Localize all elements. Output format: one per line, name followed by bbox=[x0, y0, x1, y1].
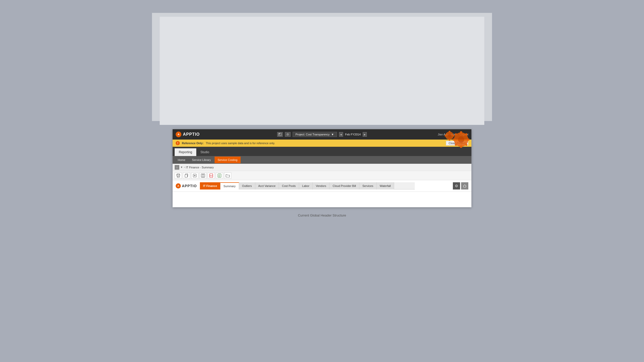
svg-point-39 bbox=[456, 185, 457, 187]
svg-rect-22 bbox=[177, 176, 179, 177]
breadcrumb-home-icon[interactable]: ⌂ bbox=[175, 165, 179, 170]
logo-icon bbox=[176, 132, 181, 137]
tab-outliers[interactable]: Outliers bbox=[239, 182, 255, 189]
window-icon-btn[interactable] bbox=[277, 132, 283, 137]
breadcrumb-bar: ⌂ ▼ › IT Finance - Summary bbox=[173, 164, 471, 171]
tab-studio[interactable]: Studio bbox=[196, 148, 213, 156]
close-project-btn[interactable]: Close Project bbox=[446, 141, 468, 145]
tab-vendors[interactable]: Vendors bbox=[313, 182, 329, 189]
sub-nav: Home Service Library Service Costing bbox=[173, 156, 471, 164]
module-tabs: Reporting Studio bbox=[173, 147, 471, 156]
toolbar-pdf-btn[interactable]: PDF bbox=[208, 173, 215, 179]
content-home-btn[interactable] bbox=[461, 182, 468, 189]
user-name: Jian Adornado bbox=[438, 133, 456, 136]
reference-banner: ! Reference Only: This project uses samp… bbox=[173, 140, 471, 147]
svg-rect-17 bbox=[449, 131, 450, 133]
bottom-caption: Current Global Header Structure bbox=[298, 213, 346, 217]
toolbar-copy-btn[interactable] bbox=[183, 173, 190, 179]
svg-rect-30 bbox=[202, 174, 204, 175]
content-logo-text: APPTIO bbox=[182, 184, 197, 188]
project-selector[interactable]: Project: Cost Transparency ▼ bbox=[293, 132, 337, 137]
tab-waterfall[interactable]: Waterfall bbox=[377, 182, 394, 189]
svg-rect-23 bbox=[177, 174, 179, 175]
project-dropdown-icon: ▼ bbox=[331, 133, 334, 136]
period-next-btn[interactable]: ► bbox=[363, 132, 367, 137]
svg-rect-31 bbox=[202, 176, 204, 177]
settings-icon-btn[interactable] bbox=[285, 132, 291, 137]
content-tab-right bbox=[453, 182, 468, 189]
ref-label: Reference Only: bbox=[182, 142, 204, 145]
svg-rect-3 bbox=[279, 133, 280, 134]
tab-it-finance[interactable]: IT Finance bbox=[200, 182, 220, 189]
tab-reporting[interactable]: Reporting bbox=[175, 148, 196, 156]
top-nav-center: Project: Cost Transparency ▼ ◄ Feb FY201… bbox=[277, 132, 367, 137]
warning-icon: ! bbox=[176, 141, 180, 145]
project-label: Project: Cost Transparency bbox=[295, 133, 330, 136]
apptio-logo-top: APPTIO bbox=[176, 132, 200, 137]
subnav-home[interactable]: Home bbox=[175, 157, 188, 163]
tab-summary[interactable]: Summary bbox=[220, 182, 239, 189]
top-nav-right: Jian Adornado | Logout bbox=[438, 133, 468, 136]
period-label: Feb FY2014 bbox=[344, 133, 362, 136]
breadcrumb-dropdown-icon: ▼ bbox=[180, 166, 183, 169]
breadcrumb-path: IT Finance - Summary bbox=[186, 166, 214, 169]
tab-labor[interactable]: Labor bbox=[299, 182, 313, 189]
period-nav: ◄ Feb FY2014 ► bbox=[339, 132, 367, 137]
tab-acct-variance[interactable]: Acct Variance bbox=[255, 182, 279, 189]
tab-spacer bbox=[394, 182, 415, 189]
toolbar: PDF XLS bbox=[173, 171, 471, 180]
svg-rect-25 bbox=[185, 175, 187, 177]
subnav-service-library[interactable]: Service Library bbox=[189, 157, 214, 163]
tab-cloud-provider-bill[interactable]: Cloud Provider Bill bbox=[329, 182, 359, 189]
main-window: APPTIO Project: Cost Transparency ▼ ◄ Fe… bbox=[173, 129, 471, 207]
pipe-separator: | bbox=[457, 133, 458, 136]
logo-text: APPTIO bbox=[183, 132, 200, 137]
content-area: APPTIO IT Finance Summary Outliers Acct … bbox=[173, 180, 471, 192]
toolbar-add-btn[interactable] bbox=[191, 173, 198, 179]
content-settings-btn[interactable] bbox=[453, 182, 460, 189]
toolbar-folder-btn[interactable] bbox=[224, 173, 231, 179]
logout-link[interactable]: Logout bbox=[460, 133, 468, 136]
toolbar-excel-btn[interactable]: XLS bbox=[216, 173, 223, 179]
period-prev-btn[interactable]: ◄ bbox=[339, 132, 343, 137]
svg-point-4 bbox=[287, 134, 288, 135]
tab-services[interactable]: Services bbox=[359, 182, 377, 189]
svg-text:PDF: PDF bbox=[210, 175, 213, 177]
subnav-service-costing[interactable]: Service Costing bbox=[215, 157, 241, 163]
toolbar-print-btn[interactable] bbox=[175, 173, 182, 179]
content-body bbox=[173, 192, 471, 207]
svg-text:XLS: XLS bbox=[218, 175, 220, 177]
content-header: APPTIO IT Finance Summary Outliers Acct … bbox=[173, 182, 471, 189]
tab-cost-pools[interactable]: Cost Pools bbox=[279, 182, 299, 189]
toolbar-save-btn[interactable] bbox=[199, 173, 207, 179]
content-logo-icon bbox=[176, 183, 181, 188]
top-nav-bar: APPTIO Project: Cost Transparency ▼ ◄ Fe… bbox=[173, 129, 471, 140]
apptio-logo-content: APPTIO bbox=[176, 183, 197, 188]
breadcrumb-separator: › bbox=[184, 166, 185, 169]
content-tabs: IT Finance Summary Outliers Acct Varianc… bbox=[200, 182, 415, 189]
ref-text: This project uses sample data and is for… bbox=[206, 142, 275, 145]
